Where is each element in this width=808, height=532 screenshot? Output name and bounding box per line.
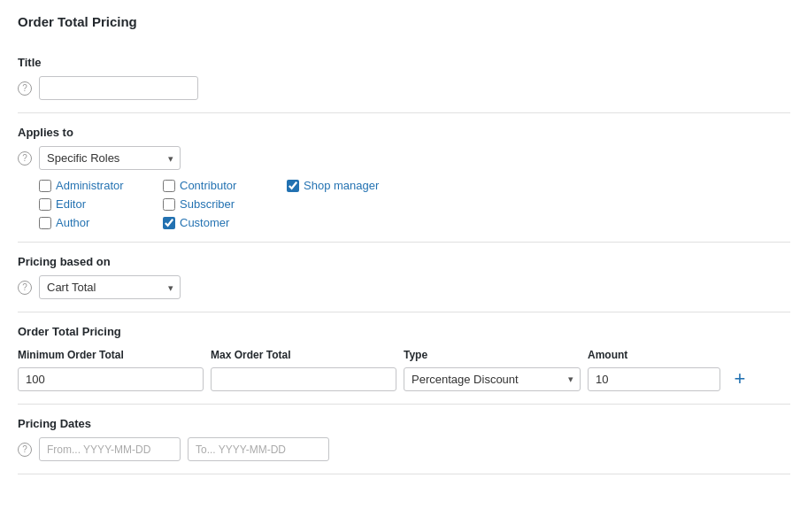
roles-select-wrapper: Specific Roles All Users Guests Logged I… xyxy=(39,146,181,170)
col-min-order: Minimum Order Total xyxy=(18,349,204,361)
page-title: Order Total Pricing xyxy=(18,14,790,29)
cart-select-wrapper: Cart Total Cart Subtotal Cart Quantity ▾ xyxy=(39,275,181,299)
col-action xyxy=(727,349,759,361)
roles-checkboxes-grid: Administrator Contributor Shop manager E… xyxy=(39,179,790,229)
checkbox-item-customer: Customer xyxy=(163,216,287,229)
min-order-input[interactable] xyxy=(18,367,204,391)
title-field-row: ? xyxy=(18,76,790,100)
pricing-dates-row: ? xyxy=(18,437,790,461)
pricing-dates-section: Pricing Dates ? xyxy=(18,405,790,474)
applies-to-help-icon[interactable]: ? xyxy=(18,151,32,166)
checkbox-shop-manager[interactable] xyxy=(287,180,299,192)
checkbox-item-editor: Editor xyxy=(39,197,163,211)
checkbox-label-editor[interactable]: Editor xyxy=(56,197,86,211)
checkbox-item-author: Author xyxy=(39,216,163,229)
checkbox-label-administrator[interactable]: Administrator xyxy=(56,179,124,192)
title-label: Title xyxy=(18,56,790,69)
checkbox-administrator[interactable] xyxy=(39,180,51,192)
checkbox-item-administrator: Administrator xyxy=(39,179,163,192)
pricing-based-on-section: Pricing based on ? Cart Total Cart Subto… xyxy=(18,243,790,312)
pricing-dates-label: Pricing Dates xyxy=(18,417,790,430)
checkbox-label-author[interactable]: Author xyxy=(56,216,89,229)
to-date-input[interactable] xyxy=(188,437,329,461)
table-header: Minimum Order Total Max Order Total Type… xyxy=(18,349,790,361)
checkbox-author[interactable] xyxy=(39,217,51,229)
from-date-input[interactable] xyxy=(39,437,181,461)
roles-select[interactable]: Specific Roles All Users Guests Logged I… xyxy=(39,146,181,170)
applies-to-section: Applies to ? Specific Roles All Users Gu… xyxy=(18,113,790,243)
checkbox-editor[interactable] xyxy=(39,198,51,211)
pricing-dates-help-icon[interactable]: ? xyxy=(18,443,32,457)
max-order-input[interactable] xyxy=(211,367,396,391)
type-select-wrapper: Percentage Discount Fixed Discount Fixed… xyxy=(404,367,581,391)
title-input[interactable] xyxy=(39,76,198,100)
col-max-order: Max Order Total xyxy=(211,349,396,361)
title-help-icon[interactable]: ? xyxy=(18,81,32,96)
cart-total-select[interactable]: Cart Total Cart Subtotal Cart Quantity xyxy=(39,275,181,299)
checkbox-item-shop-manager: Shop manager xyxy=(287,179,790,192)
pricing-based-on-help-icon[interactable]: ? xyxy=(18,281,32,295)
checkbox-subscriber[interactable] xyxy=(163,198,175,211)
type-select[interactable]: Percentage Discount Fixed Discount Fixed… xyxy=(404,367,581,391)
applies-to-field-row: ? Specific Roles All Users Guests Logged… xyxy=(18,146,790,170)
title-section: Title ? xyxy=(18,43,790,113)
add-row-button[interactable]: + xyxy=(727,366,752,391)
checkbox-label-contributor[interactable]: Contributor xyxy=(180,179,236,192)
order-total-table: Minimum Order Total Max Order Total Type… xyxy=(18,349,790,391)
pricing-based-on-field-row: ? Cart Total Cart Subtotal Cart Quantity… xyxy=(18,275,790,299)
checkbox-item-empty-1 xyxy=(287,197,790,211)
applies-to-label: Applies to xyxy=(18,126,790,139)
table-row: Percentage Discount Fixed Discount Fixed… xyxy=(18,366,790,391)
order-total-pricing-section: Order Total Pricing Minimum Order Total … xyxy=(18,312,790,405)
col-amount: Amount xyxy=(588,349,720,361)
checkbox-item-subscriber: Subscriber xyxy=(163,197,287,211)
checkbox-label-shop-manager[interactable]: Shop manager xyxy=(304,179,379,192)
checkbox-item-contributor: Contributor xyxy=(163,179,287,192)
col-type: Type xyxy=(404,349,581,361)
order-total-pricing-label: Order Total Pricing xyxy=(18,325,790,338)
checkbox-customer[interactable] xyxy=(163,217,175,229)
checkbox-contributor[interactable] xyxy=(163,180,175,192)
checkbox-label-subscriber[interactable]: Subscriber xyxy=(180,197,235,211)
checkbox-label-customer[interactable]: Customer xyxy=(180,216,229,229)
amount-input[interactable] xyxy=(588,367,720,391)
pricing-based-on-label: Pricing based on xyxy=(18,255,790,268)
